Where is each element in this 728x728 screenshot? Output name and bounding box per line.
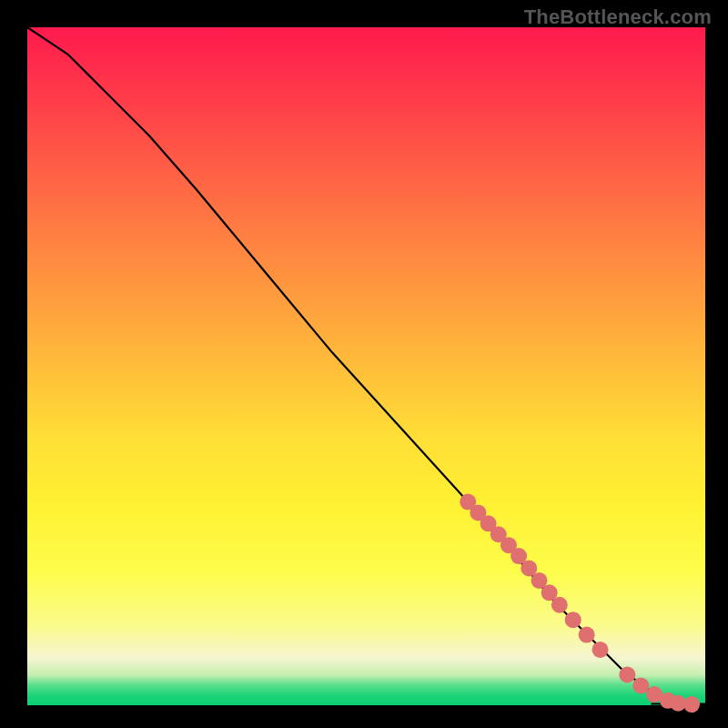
marker-point bbox=[592, 642, 609, 658]
marker-point bbox=[565, 612, 581, 628]
bottleneck-curve bbox=[27, 27, 705, 705]
watermark-text: TheBottleneck.com bbox=[524, 5, 712, 29]
marker-point bbox=[632, 677, 649, 693]
chart-svg bbox=[27, 27, 705, 705]
marker-point bbox=[619, 666, 635, 682]
marker-point bbox=[579, 627, 595, 643]
marker-point bbox=[551, 597, 568, 613]
chart-plot-area bbox=[27, 27, 705, 705]
marker-group bbox=[460, 494, 700, 713]
marker-point bbox=[683, 696, 700, 713]
